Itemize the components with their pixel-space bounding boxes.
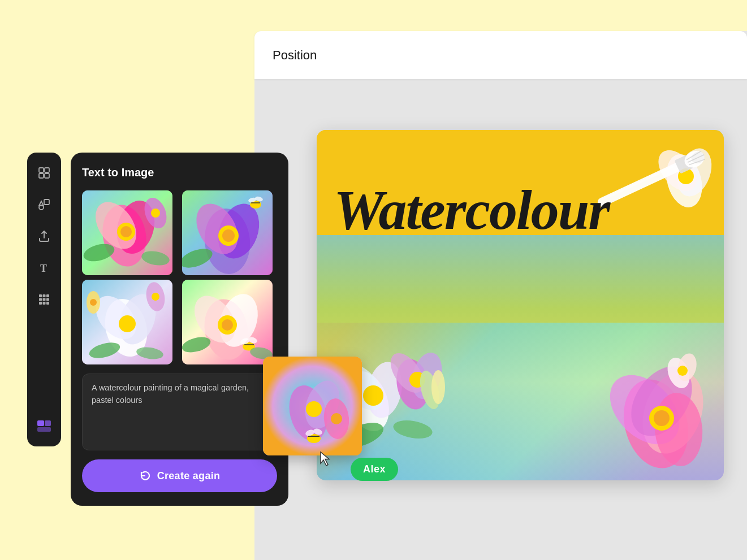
svg-point-90 <box>119 315 136 332</box>
svg-point-70 <box>120 226 132 237</box>
artwork-background: Watercolour <box>317 130 724 480</box>
svg-rect-53 <box>39 294 42 297</box>
prompt-text: A watercolour painting of a magical gard… <box>92 382 267 407</box>
generated-images-grid <box>82 190 277 364</box>
top-bar: Position <box>254 31 747 79</box>
cursor-arrow <box>319 451 333 467</box>
create-again-label: Create again <box>157 470 221 482</box>
svg-marker-45 <box>321 452 329 466</box>
svg-rect-48 <box>39 173 44 178</box>
svg-point-38 <box>306 401 322 417</box>
generated-image-3[interactable] <box>82 280 172 364</box>
svg-point-18 <box>431 370 445 404</box>
generated-image-1[interactable] <box>82 190 172 275</box>
page-title: Position <box>273 48 317 63</box>
prompt-input[interactable]: A watercolour painting of a magical gard… <box>82 374 277 450</box>
svg-point-74 <box>151 209 160 218</box>
layout-icon[interactable] <box>34 163 54 183</box>
dragged-thumbnail-image <box>263 357 362 455</box>
svg-rect-62 <box>37 420 44 426</box>
svg-rect-56 <box>39 298 42 301</box>
svg-text:Watercolour: Watercolour <box>334 179 611 241</box>
image-ai-icon[interactable] <box>34 416 54 436</box>
collaborator-badge: Alex <box>351 458 398 481</box>
svg-point-27 <box>654 410 670 426</box>
svg-rect-58 <box>46 298 49 301</box>
refresh-icon <box>139 470 152 482</box>
svg-rect-59 <box>39 302 42 305</box>
svg-text:T: T <box>40 263 47 274</box>
svg-rect-63 <box>45 420 51 426</box>
svg-point-20 <box>392 418 434 441</box>
svg-point-94 <box>90 299 97 306</box>
upload-icon[interactable] <box>34 226 54 246</box>
svg-point-92 <box>152 293 159 301</box>
artwork-title-text: Watercolour <box>328 161 713 246</box>
create-again-button[interactable]: Create again <box>82 459 277 492</box>
svg-point-30 <box>677 366 688 376</box>
generated-image-4[interactable] <box>182 280 273 364</box>
svg-rect-64 <box>37 427 51 432</box>
svg-point-80 <box>222 229 235 242</box>
sidebar: T <box>27 153 61 446</box>
svg-rect-49 <box>45 173 49 178</box>
artwork-canvas[interactable]: Watercolour <box>317 130 724 480</box>
apps-icon[interactable] <box>34 289 54 310</box>
text-icon[interactable]: T <box>34 258 54 278</box>
svg-point-12 <box>363 385 383 406</box>
generated-image-2[interactable] <box>182 190 273 275</box>
flowers-bottom-right <box>571 345 724 480</box>
svg-rect-61 <box>46 302 49 305</box>
svg-rect-57 <box>43 298 46 301</box>
panel-title: Text to Image <box>82 166 277 179</box>
svg-rect-55 <box>46 294 49 297</box>
dragged-thumbnail[interactable] <box>263 357 362 455</box>
svg-point-102 <box>222 319 233 331</box>
svg-rect-46 <box>39 168 44 172</box>
svg-rect-54 <box>43 294 46 297</box>
svg-rect-51 <box>44 199 49 205</box>
svg-rect-60 <box>43 302 46 305</box>
shapes-icon[interactable] <box>34 194 54 215</box>
svg-rect-47 <box>45 168 49 172</box>
text-to-image-panel: Text to Image <box>71 153 288 506</box>
svg-point-40 <box>331 413 342 424</box>
